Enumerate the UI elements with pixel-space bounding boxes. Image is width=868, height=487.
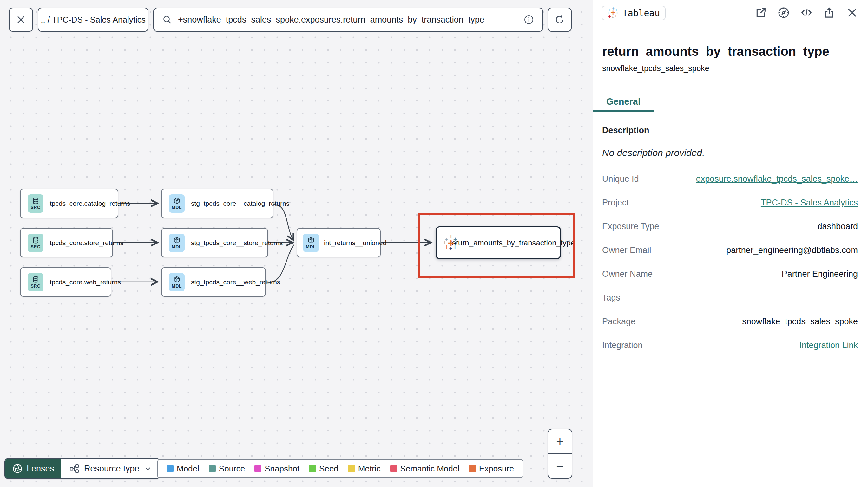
description-text: No description provided. xyxy=(602,148,858,158)
breadcrumb[interactable]: .. / TPC-DS - Sales Analytics xyxy=(38,8,149,32)
project-link[interactable]: TPC-DS - Sales Analytics xyxy=(761,198,858,208)
tableau-icon: + + + + + + + + + xyxy=(607,7,619,19)
field-value: Partner Engineering xyxy=(782,269,858,279)
node-label: stg_tpcds_core__catalog_returns xyxy=(191,200,290,207)
resource-title: return_amounts_by_transaction_type xyxy=(602,44,859,59)
integration-badge[interactable]: + + + + + + + + + Tableau xyxy=(601,6,665,20)
resource-type-label: Resource type xyxy=(84,464,139,474)
field-label: Unique Id xyxy=(602,174,639,184)
close-icon xyxy=(846,6,859,19)
field-value: partner_engineering@dbtlabs.com xyxy=(726,246,858,255)
source-badge: SRC xyxy=(28,194,43,213)
model-badge: MDL xyxy=(169,234,185,252)
node-label: int_returns__unioned xyxy=(324,239,386,247)
integration-badge-label: Tableau xyxy=(622,8,660,19)
chevron-down-icon xyxy=(144,464,152,473)
legend-swatch-seed xyxy=(309,465,316,472)
node-label: tpcds_core.web_returns xyxy=(50,279,121,286)
database-icon xyxy=(32,276,39,283)
legend-item: Snapshot xyxy=(254,464,300,474)
lenses-button[interactable]: Lenses xyxy=(5,459,61,479)
field-label: Integration xyxy=(602,340,643,350)
legend-swatch-exposure xyxy=(469,465,476,472)
open-external-button[interactable] xyxy=(754,6,768,20)
field-row-unique-id: Unique Id exposure.snowflake_tpcds_sales… xyxy=(602,174,858,184)
database-icon xyxy=(32,197,39,204)
graph-node-exposure-return-amounts[interactable]: + + + + + + + + + return_amounts_by_tran… xyxy=(436,226,561,259)
legend-swatch-source xyxy=(209,465,216,472)
graph-node-stg-catalog-returns[interactable]: MDL stg_tpcds_core__catalog_returns xyxy=(161,189,274,218)
zoom-controls: + − xyxy=(548,429,572,479)
source-badge: SRC xyxy=(28,273,43,291)
field-row-exposure-type: Exposure Type dashboard xyxy=(602,222,858,231)
field-row-tags: Tags xyxy=(602,293,858,303)
field-row-owner-name: Owner Name Partner Engineering xyxy=(602,269,858,279)
legend-swatch-model xyxy=(166,465,174,472)
graph-node-source-web-returns[interactable]: SRC tpcds_core.web_returns xyxy=(20,267,111,297)
source-badge: SRC xyxy=(28,234,43,252)
graph-node-stg-store-returns[interactable]: MDL stg_tpcds_core__store_returns xyxy=(161,228,268,257)
zoom-in-button[interactable]: + xyxy=(548,429,572,454)
legend-item: Seed xyxy=(309,464,339,474)
info-icon[interactable] xyxy=(524,14,534,25)
share-button[interactable] xyxy=(822,6,836,20)
field-label: Project xyxy=(602,198,629,208)
node-label: stg_tpcds_core__store_returns xyxy=(191,239,283,247)
search-icon xyxy=(162,14,172,25)
integration-link[interactable]: Integration Link xyxy=(799,340,858,350)
zoom-out-button[interactable]: − xyxy=(548,454,572,478)
refresh-icon xyxy=(554,14,565,25)
breadcrumb-label: .. / TPC-DS - Sales Analytics xyxy=(41,15,145,25)
legend-item: Metric xyxy=(348,464,381,474)
field-label: Owner Name xyxy=(602,269,653,279)
field-value: dashboard xyxy=(817,222,858,231)
graph-node-source-store-returns[interactable]: SRC tpcds_core.store_returns xyxy=(20,228,113,257)
search-input[interactable]: +snowflake_tpcds_sales_spoke.exposures.r… xyxy=(178,15,518,25)
resource-type-dropdown[interactable]: Resource type xyxy=(61,459,160,479)
legend-swatch-snapshot xyxy=(254,465,261,472)
legend-item: Source xyxy=(209,464,245,474)
legend-item: Model xyxy=(166,464,199,474)
cube-icon xyxy=(173,197,181,204)
legend-item: Semantic Model xyxy=(390,464,459,474)
code-icon xyxy=(800,6,813,19)
lenses-label: Lenses xyxy=(27,464,54,474)
model-badge: MDL xyxy=(169,194,185,213)
field-row-owner-email: Owner Email partner_engineering@dbtlabs.… xyxy=(602,246,858,255)
cube-icon xyxy=(173,276,181,283)
field-label: Owner Email xyxy=(602,246,651,255)
field-row-integration: Integration Integration Link xyxy=(602,340,858,350)
refresh-button[interactable] xyxy=(548,8,572,32)
explore-button[interactable] xyxy=(777,6,790,20)
field-label: Exposure Type xyxy=(602,222,659,231)
share-icon xyxy=(823,6,836,19)
field-value: snowflake_tpcds_sales_spoke xyxy=(742,317,858,327)
model-badge: MDL xyxy=(169,273,185,291)
legend-swatch-semantic-model xyxy=(390,465,397,472)
tab-general[interactable]: General xyxy=(593,93,654,112)
lineage-canvas[interactable]: .. / TPC-DS - Sales Analytics +snowflake… xyxy=(0,0,593,487)
close-lineage-button[interactable] xyxy=(9,8,33,32)
external-link-icon xyxy=(754,6,767,19)
field-row-package: Package snowflake_tpcds_sales_spoke xyxy=(602,317,858,327)
search-bar[interactable]: +snowflake_tpcds_sales_spoke.exposures.r… xyxy=(153,8,543,32)
graph-node-source-catalog-returns[interactable]: SRC tpcds_core.catalog_returns xyxy=(20,189,118,218)
details-panel: + + + + + + + + + Tableau return_amounts… xyxy=(593,0,868,487)
legend-swatch-metric xyxy=(348,465,355,472)
unique-id-link[interactable]: exposure.snowflake_tpcds_sales_spoke… xyxy=(696,174,858,184)
resource-type-legend: Model Source Snapshot Seed Metric Semant… xyxy=(157,459,524,478)
close-panel-button[interactable] xyxy=(845,6,859,20)
field-label: Tags xyxy=(602,293,620,303)
node-label: return_amounts_by_transaction_type xyxy=(449,238,575,247)
cube-icon xyxy=(173,236,181,244)
lens-aperture-icon xyxy=(12,463,23,474)
graph-node-int-returns-unioned[interactable]: MDL int_returns__unioned xyxy=(297,228,381,257)
view-code-button[interactable] xyxy=(800,6,813,20)
graph-node-stg-web-returns[interactable]: MDL stg_tpcds_core__web_returns xyxy=(161,267,266,297)
node-label: tpcds_core.store_returns xyxy=(50,239,123,247)
field-label: Package xyxy=(602,317,636,327)
field-row-project: Project TPC-DS - Sales Analytics xyxy=(602,198,858,208)
resource-type-icon xyxy=(69,463,80,474)
panel-tabs: General xyxy=(593,93,868,112)
node-label: tpcds_core.catalog_returns xyxy=(50,200,130,207)
